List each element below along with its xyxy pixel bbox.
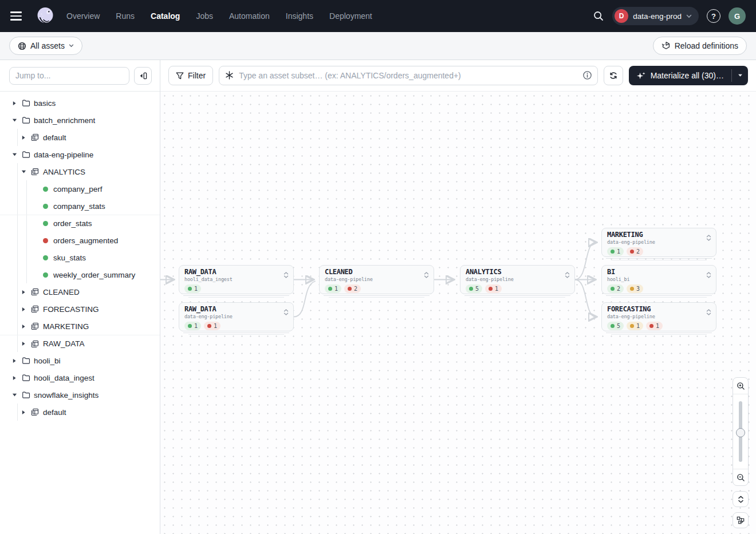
asset-group-node-raw_data-hooli_data_ingest[interactable]: RAW_DATAhooli_data_ingest1	[179, 265, 294, 294]
tree-item-order_stats[interactable]: order_stats	[0, 215, 160, 232]
expand-group-icon[interactable]	[284, 270, 289, 280]
nav-item-catalog[interactable]: Catalog	[151, 11, 180, 21]
asset-group-node-cleaned-data-eng-pipeline[interactable]: CLEANEDdata-eng-pipeline12	[319, 265, 434, 294]
asset-group-node-marketing-data-eng-pipeline[interactable]: MARKETINGdata-eng-pipeline12	[601, 228, 716, 257]
tree-item-label: basics	[34, 99, 56, 108]
materialize-all-action[interactable]: Materialize all (30)…	[629, 66, 731, 85]
menu-icon[interactable]	[10, 9, 25, 23]
caret-right-icon[interactable]	[19, 290, 27, 295]
zoom-slider-handle[interactable]	[736, 428, 745, 437]
node-subtitle: hooli_bi	[607, 276, 629, 282]
caret-down-icon[interactable]	[10, 393, 18, 397]
tree-item-company_perf[interactable]: company_perf	[0, 180, 160, 197]
tree-item-default[interactable]: default	[0, 404, 160, 421]
nav-item-deployment[interactable]: Deployment	[329, 11, 372, 21]
tree-item-cleaned[interactable]: CLEANED	[0, 283, 160, 300]
jump-to-input[interactable]	[9, 67, 129, 85]
asset-group-node-forecasting-data-eng-pipeline[interactable]: FORECASTINGdata-eng-pipeline511	[601, 302, 716, 331]
reload-definitions-button[interactable]: Reload definitions	[653, 37, 747, 55]
filter-button[interactable]: Filter	[168, 66, 213, 85]
tree-item-default[interactable]: default	[0, 129, 160, 146]
nav-item-insights[interactable]: Insights	[286, 11, 313, 21]
filter-label: Filter	[188, 71, 206, 80]
lineage-canvas[interactable]: RAW_DATAhooli_data_ingest1RAW_DATAdata-e…	[160, 92, 756, 534]
help-icon[interactable]: ?	[707, 9, 720, 23]
chevron-down-icon	[738, 74, 743, 77]
relayout-graph-button[interactable]	[733, 512, 749, 528]
tree-item-forecasting[interactable]: FORECASTING	[0, 300, 160, 318]
node-status-badges: 11	[179, 319, 293, 330]
caret-down-icon[interactable]	[10, 118, 18, 122]
tree-item-marketing[interactable]: MARKETING	[0, 318, 160, 335]
tree-item-hooli_data_ingest[interactable]: hooli_data_ingest	[0, 369, 160, 386]
folder-icon	[21, 391, 31, 399]
caret-right-icon[interactable]	[19, 341, 27, 346]
op-selector-icon	[225, 70, 234, 82]
zoom-in-button[interactable]	[733, 378, 748, 394]
status-badge-red: 2	[344, 284, 361, 293]
tree-item-basics[interactable]: basics	[0, 94, 160, 112]
globe-icon	[18, 42, 26, 50]
dagster-app: OverviewRunsCatalogJobsAutomationInsight…	[0, 0, 756, 534]
node-status-badges: 1	[179, 282, 293, 293]
expand-group-icon[interactable]	[284, 307, 289, 318]
user-avatar[interactable]: G	[729, 7, 746, 25]
expand-group-icon[interactable]	[424, 270, 429, 280]
zoom-out-button[interactable]	[733, 469, 748, 485]
deployment-switcher[interactable]: D data-eng-prod	[612, 7, 699, 25]
dagster-logo[interactable]	[34, 5, 56, 27]
zoom-out-icon	[737, 473, 745, 482]
asset-group-node-raw_data-data-eng-pipeline[interactable]: RAW_DATAdata-eng-pipeline11	[179, 302, 294, 331]
caret-right-icon[interactable]	[19, 135, 27, 140]
tree-item-sku_stats[interactable]: sku_stats	[0, 249, 160, 266]
nav-item-runs[interactable]: Runs	[116, 11, 135, 21]
tree-item-data-eng-pipeline[interactable]: data-eng-pipeline	[0, 146, 160, 163]
caret-right-icon[interactable]	[10, 101, 18, 106]
expand-group-icon[interactable]	[565, 270, 570, 280]
caret-right-icon[interactable]	[19, 324, 27, 329]
asset-graph-region: Filter	[160, 60, 756, 534]
nav-item-jobs[interactable]: Jobs	[196, 11, 213, 21]
search-icon[interactable]	[593, 10, 604, 22]
caret-down-icon[interactable]	[19, 169, 27, 174]
asset-subset-input[interactable]	[219, 66, 598, 85]
chevron-down-icon	[69, 44, 74, 48]
reload-icon	[662, 41, 671, 50]
tree-item-label: order_stats	[53, 219, 92, 228]
tree-item-hooli_bi[interactable]: hooli_bi	[0, 352, 160, 369]
expand-group-icon[interactable]	[706, 233, 711, 243]
refresh-button[interactable]	[604, 66, 623, 85]
tree-item-analytics[interactable]: ANALYTICS	[0, 163, 160, 180]
tree-item-company_stats[interactable]: company_stats	[0, 197, 160, 215]
collapse-sidebar-button[interactable]	[134, 67, 152, 85]
asset-group-icon	[30, 408, 40, 416]
info-icon[interactable]	[582, 70, 592, 82]
expand-group-icon[interactable]	[706, 270, 711, 280]
caret-down-icon[interactable]	[10, 152, 18, 157]
nav-item-overview[interactable]: Overview	[66, 11, 100, 21]
expand-group-icon[interactable]	[706, 307, 711, 318]
tree-item-batch_enrichment[interactable]: batch_enrichment	[0, 112, 160, 129]
tree-item-weekly_order_summary[interactable]: weekly_order_summary	[0, 266, 160, 283]
asset-scope-button[interactable]: All assets	[9, 37, 82, 55]
tree-item-snowflake_insights[interactable]: snowflake_insights	[0, 386, 160, 404]
asset-group-node-bi-hooli_bi[interactable]: BIhooli_bi23	[601, 265, 716, 294]
materialize-dropdown-button[interactable]	[732, 66, 748, 85]
caret-right-icon[interactable]	[19, 410, 27, 415]
status-badge-green: 1	[325, 284, 341, 293]
materialize-all-label: Materialize all (30)…	[651, 71, 724, 80]
filter-funnel-icon	[176, 72, 184, 80]
caret-right-icon[interactable]	[19, 307, 27, 312]
expand-collapse-groups-button[interactable]	[733, 491, 749, 507]
tree-item-label: orders_augmented	[53, 236, 118, 245]
caret-right-icon[interactable]	[10, 358, 18, 363]
reload-definitions-label: Reload definitions	[675, 41, 738, 50]
refresh-icon	[609, 71, 618, 80]
tree-item-orders_augmented[interactable]: orders_augmented	[0, 232, 160, 249]
nav-item-automation[interactable]: Automation	[229, 11, 270, 21]
tree-item-raw_data[interactable]: RAW_DATA	[0, 335, 160, 352]
materialize-all-button: Materialize all (30)…	[629, 66, 748, 85]
status-badge-green: 5	[466, 284, 482, 293]
asset-group-node-analytics-data-eng-pipeline[interactable]: ANALYTICSdata-eng-pipeline51	[460, 265, 575, 294]
caret-right-icon[interactable]	[10, 375, 18, 381]
